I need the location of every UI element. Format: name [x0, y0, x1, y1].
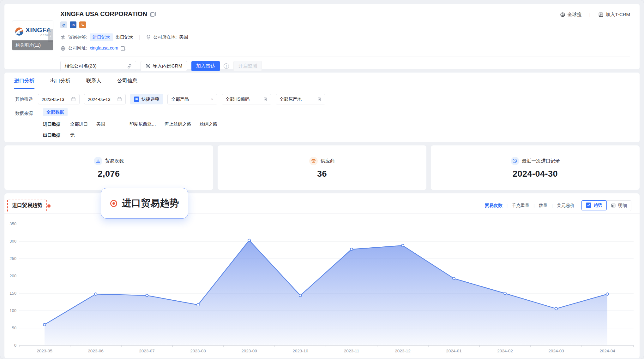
date-from-input[interactable]: 2023-05-13: [38, 94, 80, 104]
trend-chart-icon: [586, 203, 591, 208]
metric-usd-total[interactable]: 美元总价: [557, 203, 575, 209]
svg-text:250: 250: [9, 256, 16, 261]
global-search-label: 全球搜: [568, 12, 582, 18]
website-icon[interactable]: e: [60, 21, 67, 28]
svg-text:2023-06: 2023-06: [88, 349, 104, 353]
annotation-callout: 进口贸易趋势: [101, 188, 188, 219]
import-crm-button[interactable]: 导入内部CRM: [141, 61, 187, 71]
date-to-input[interactable]: 2024-05-13: [84, 94, 126, 104]
globe-icon: [60, 46, 66, 51]
svg-text:2024-03: 2024-03: [548, 349, 564, 353]
calendar-icon: [117, 97, 122, 102]
product-select[interactable]: 全部产品 ∨: [167, 94, 217, 104]
tab-import-analysis[interactable]: 进口分析: [14, 73, 34, 89]
stat-value: 36: [317, 169, 327, 179]
stat-label: 贸易次数: [105, 158, 124, 164]
tab-export-analysis[interactable]: 出口分析: [50, 73, 70, 89]
document-icon: [317, 97, 322, 102]
global-search-icon: [560, 12, 565, 17]
product-select-value: 全部产品: [171, 97, 189, 102]
svg-text:2024-01: 2024-01: [446, 349, 462, 353]
similar-companies-label: 相似公司名(23): [64, 63, 97, 69]
stats-row: 贸易次数 2,076 供应商 36 最近一次进口记录 2024-04-30: [4, 145, 640, 190]
svg-text:2023-08: 2023-08: [190, 349, 206, 353]
import-source-item[interactable]: 美国: [96, 121, 105, 127]
document-icon: [263, 97, 268, 102]
logo-brand-subtext: GROUP: [26, 34, 51, 37]
view-toggle-group: 趋势 明细: [581, 200, 631, 211]
stat-label: 最近一次进口记录: [522, 158, 560, 164]
metric-kg-weight[interactable]: 千克重量: [512, 203, 529, 209]
tab-bar: 进口分析 出口分析 联系人 公司信息: [4, 73, 640, 89]
data-source-label: 数据来源: [15, 109, 43, 138]
chart-title: 进口贸易趋势: [7, 199, 47, 212]
hs-code-select[interactable]: 全部HS编码: [222, 94, 271, 104]
svg-text:150: 150: [9, 291, 16, 296]
bullseye-icon: [110, 200, 117, 207]
svg-text:50: 50: [12, 326, 16, 330]
tab-company-info[interactable]: 公司信息: [117, 73, 137, 89]
export-records-tag[interactable]: 出口记录: [116, 34, 133, 40]
stat-value: 2,076: [98, 169, 120, 179]
import-source-item[interactable]: 丝绸之路: [200, 121, 217, 127]
metric-trade-count[interactable]: 贸易次数: [485, 203, 503, 209]
website-label: 公司网址:: [68, 45, 87, 51]
enable-monitor-button[interactable]: 开启监测: [233, 61, 262, 71]
stat-card-latest-import: 最近一次进口记录 2024-04-30: [431, 145, 640, 190]
join-tcrm-link[interactable]: 加入T-CRM: [598, 12, 630, 18]
phone-icon[interactable]: [79, 21, 86, 28]
calendar-icon: [71, 97, 76, 102]
quick-options-button[interactable]: ⌘ 快捷选项: [130, 94, 163, 104]
divider: |: [507, 203, 508, 208]
join-tcrm-label: 加入T-CRM: [606, 12, 630, 18]
svg-text:2023-12: 2023-12: [395, 349, 411, 353]
import-records-tag[interactable]: 进口记录: [90, 33, 113, 41]
toggle-trend-view[interactable]: 趋势: [581, 200, 607, 210]
svg-text:100: 100: [9, 308, 16, 313]
analysis-card: 进口分析 出口分析 联系人 公司信息 其他筛选 2023-05-13 2024-…: [4, 73, 640, 142]
info-icon[interactable]: !: [224, 63, 229, 69]
copy-company-name-icon[interactable]: [150, 12, 155, 17]
logo-brand-text: XINGFA: [26, 26, 51, 33]
stat-label: 供应商: [321, 158, 335, 164]
svg-text:2023-11: 2023-11: [344, 349, 359, 353]
global-search-link[interactable]: 全球搜: [560, 12, 582, 18]
metric-quantity[interactable]: 数量: [539, 203, 548, 209]
related-images-badge[interactable]: 相关图片(11): [12, 40, 53, 50]
link-icon: [127, 64, 132, 69]
svg-text:300: 300: [9, 239, 16, 244]
other-filters-label: 其他筛选: [15, 97, 33, 102]
origin-select[interactable]: 全部原产地: [276, 94, 325, 104]
company-name: XINGFA USA CORPORATION: [60, 10, 147, 18]
origin-value: 全部原产地: [280, 97, 302, 102]
stat-card-trade-count: 贸易次数 2,076: [4, 145, 213, 190]
clock-icon: [512, 158, 517, 163]
date-to-value: 2024-05-13: [88, 97, 111, 102]
import-source-item[interactable]: 海上丝绸之路: [165, 121, 191, 127]
svg-text:2024-02: 2024-02: [497, 349, 513, 353]
import-source-item[interactable]: 全部进口: [70, 121, 88, 127]
similar-companies-button[interactable]: 相似公司名(23): [60, 61, 136, 71]
trend-area-chart[interactable]: 0501001502002503003502023-052023-062023-…: [4, 217, 640, 356]
import-source-item[interactable]: 印度尼西亚…: [129, 121, 156, 127]
all-data-chip[interactable]: 全部数据: [43, 108, 68, 116]
add-radar-button[interactable]: 加入雷达: [191, 61, 220, 71]
app-window: XINGFA GROUP › 相关图片(11) XINGFA USA CORPO…: [0, 0, 644, 359]
company-logo[interactable]: XINGFA GROUP › 相关图片(11): [12, 21, 53, 50]
stat-card-suppliers: 供应商 36: [218, 145, 426, 190]
toggle-detail-view[interactable]: 明细: [606, 201, 631, 211]
linkedin-icon[interactable]: in: [70, 21, 76, 28]
quick-options-label: 快捷选项: [141, 97, 159, 102]
divider: |: [533, 203, 534, 208]
svg-text:2023-10: 2023-10: [292, 349, 308, 353]
website-link[interactable]: xingfausa.com: [90, 45, 118, 51]
export-source-value: 无: [70, 132, 75, 138]
trade-label: 贸易标签:: [68, 34, 87, 40]
copy-website-icon[interactable]: [121, 46, 126, 51]
shop-icon: [311, 159, 316, 163]
import-data-label: 进口数据: [43, 121, 61, 127]
tab-contacts[interactable]: 联系人: [86, 73, 101, 89]
divider: |: [552, 203, 553, 208]
svg-text:200: 200: [9, 274, 16, 278]
hs-code-value: 全部HS编码: [226, 97, 249, 102]
